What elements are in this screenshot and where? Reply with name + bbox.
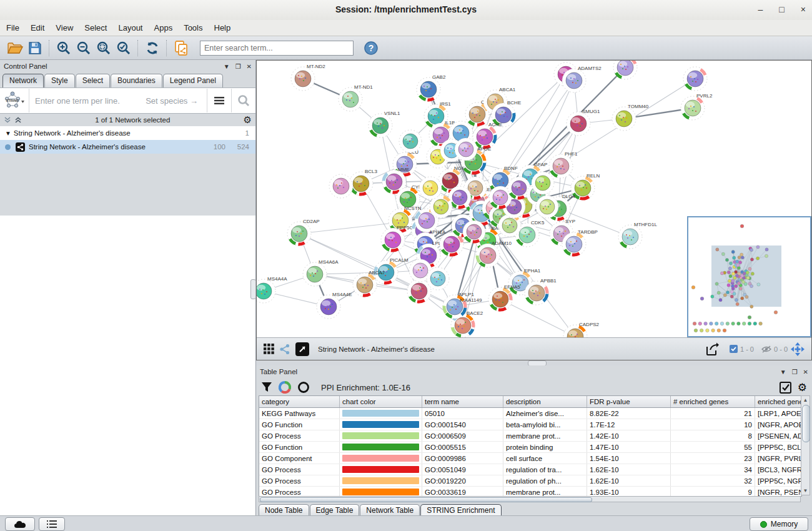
memory-button[interactable]: Memory xyxy=(750,517,808,531)
zoom-selected-icon[interactable] xyxy=(114,39,134,57)
table-row[interactable]: GO Process GO:0051049 regulation of tra.… xyxy=(259,464,802,475)
scroll-down-icon[interactable]: ▼ xyxy=(802,488,809,494)
species-hint[interactable]: Set species → xyxy=(146,96,207,106)
node[interactable] xyxy=(536,196,558,218)
column-header[interactable]: enriched genes xyxy=(755,396,803,408)
node[interactable] xyxy=(683,67,707,91)
close-button[interactable]: × xyxy=(801,4,806,15)
node[interactable] xyxy=(419,177,442,199)
node-reln[interactable]: RELN xyxy=(571,173,600,200)
birdseye-toggle-icon[interactable] xyxy=(788,340,808,359)
node[interactable] xyxy=(532,172,554,194)
task-list-button[interactable] xyxy=(39,517,65,531)
menu-edit[interactable]: Edit xyxy=(31,23,44,32)
column-header[interactable]: term name xyxy=(422,396,503,408)
network-collection-row[interactable]: ▾ String Network - Alzheimer's disease 1 xyxy=(0,126,255,140)
node-phf1[interactable]: PHF1 xyxy=(549,151,578,178)
table-row[interactable]: GO Process GO:0033619 membrane prot... 1… xyxy=(259,487,802,497)
tab-edge-table[interactable]: Edge Table xyxy=(310,504,360,517)
scroll-up-icon[interactable]: ▲ xyxy=(802,397,809,403)
node-cadps2[interactable]: CADPS2 xyxy=(563,322,600,337)
node-tomm40[interactable]: TOMM40 xyxy=(612,104,649,131)
panel-menu-icon[interactable]: ▼ xyxy=(224,63,230,70)
zoom-in-icon[interactable] xyxy=(54,39,74,57)
scrollbar-thumb[interactable] xyxy=(802,405,810,442)
node[interactable] xyxy=(463,221,485,243)
node-abca7[interactable]: ABCA7 xyxy=(353,270,385,297)
node-pvrl2[interactable]: PVRL2 xyxy=(681,93,713,120)
expand-all-icon[interactable] xyxy=(4,116,11,124)
close-panel-icon[interactable]: ✕ xyxy=(247,63,252,70)
help-icon[interactable]: ? xyxy=(361,39,381,57)
ring-chart-icon[interactable] xyxy=(297,381,310,394)
node-ms4a4a[interactable]: MS4A4A xyxy=(257,276,287,303)
network-options-gear-icon[interactable]: ⚙ xyxy=(244,114,252,126)
menu-view[interactable]: View xyxy=(56,23,73,32)
menu-select[interactable]: Select xyxy=(84,23,107,32)
column-header[interactable]: # enriched genes xyxy=(671,396,755,408)
menu-apps[interactable]: Apps xyxy=(154,23,173,32)
minimize-button[interactable]: – xyxy=(758,4,763,15)
refresh-icon[interactable] xyxy=(142,39,162,57)
grid-mode-icon[interactable] xyxy=(260,340,277,359)
node[interactable] xyxy=(329,174,353,198)
zoom-out-icon[interactable] xyxy=(74,39,94,57)
table-row[interactable]: KEGG Pathways 05010 Alzheimer's dise... … xyxy=(259,408,802,419)
filter-icon[interactable] xyxy=(261,382,272,393)
share-network-icon[interactable] xyxy=(277,340,293,359)
tab-network-table[interactable]: Network Table xyxy=(360,504,420,517)
tab-select[interactable]: Select xyxy=(76,74,110,87)
string-logo[interactable]: STRING xyxy=(0,89,29,112)
menu-tools[interactable]: Tools xyxy=(184,23,202,32)
string-query-input[interactable]: Enter one term per line. xyxy=(29,96,146,106)
collapse-all-icon[interactable] xyxy=(14,116,22,124)
table-row[interactable]: GO Process GO:0019220 regulation of ph..… xyxy=(259,475,802,487)
table-horizontal-scrollbar[interactable] xyxy=(259,496,801,502)
tab-style[interactable]: Style xyxy=(44,74,75,87)
column-header[interactable]: description xyxy=(503,396,587,408)
node-bcl3[interactable]: BCL3 xyxy=(349,169,378,196)
table-float-icon[interactable]: ❐ xyxy=(792,369,798,375)
node[interactable] xyxy=(498,214,521,237)
node-ms4a4e[interactable]: MS4A4E xyxy=(317,292,352,319)
column-header[interactable]: FDR p-value xyxy=(587,396,671,408)
table-row[interactable]: GO Function GO:0001540 beta-amyloid bi..… xyxy=(259,419,802,430)
tab-string-enrichment[interactable]: STRING Enrichment xyxy=(420,504,501,517)
string-search-icon[interactable] xyxy=(231,89,255,112)
table-row[interactable]: GO Process GO:0006509 membrane prot... 1… xyxy=(259,430,802,442)
panel-splitter-handle[interactable] xyxy=(250,279,256,299)
table-close-icon[interactable]: ✕ xyxy=(803,369,808,375)
tab-node-table[interactable]: Node Table xyxy=(259,504,309,517)
menu-file[interactable]: File xyxy=(6,23,19,32)
table-row[interactable]: GO Function GO:0005515 protein binding 1… xyxy=(259,442,802,453)
tab-legend-panel[interactable]: Legend Panel xyxy=(163,74,223,87)
tab-boundaries[interactable]: Boundaries xyxy=(111,74,162,87)
column-header[interactable]: category xyxy=(259,396,340,408)
node-mthfd1l[interactable]: MTHFD1L xyxy=(618,222,657,249)
table-settings-gear-icon[interactable]: ⚙ xyxy=(798,381,807,394)
network-row-selected[interactable]: String Network - Alzheimer's disease 100… xyxy=(0,140,255,154)
enrichment-chart-icon[interactable] xyxy=(279,381,291,394)
node[interactable] xyxy=(455,138,477,161)
annotation-mode-icon[interactable] xyxy=(293,340,312,359)
maximize-button[interactable]: □ xyxy=(779,4,784,15)
save-session-button[interactable] xyxy=(25,39,45,57)
column-header[interactable]: chart color xyxy=(340,396,422,408)
zoom-fit-icon[interactable] xyxy=(94,39,114,57)
node-mt-nd1[interactable]: MT-ND1 xyxy=(339,84,373,111)
node[interactable] xyxy=(427,267,449,290)
cloud-button[interactable] xyxy=(5,517,35,531)
export-network-icon[interactable] xyxy=(702,340,722,359)
table-row[interactable]: GO Component GO:0009986 cell surface 1.5… xyxy=(259,453,802,464)
birdseye-view[interactable] xyxy=(687,216,811,337)
table-vertical-scrollbar[interactable]: ▲ ▼ xyxy=(801,395,810,495)
node-vsnl1[interactable]: VSNL1 xyxy=(369,111,400,137)
clone-network-icon[interactable] xyxy=(171,39,191,57)
node[interactable] xyxy=(399,130,422,152)
node-gab2[interactable]: GAB2 xyxy=(417,74,446,101)
open-session-button[interactable] xyxy=(5,39,25,57)
node-ppp5c[interactable]: PPP5C xyxy=(381,225,413,252)
hscrollbar-thumb[interactable] xyxy=(260,497,592,502)
menu-help[interactable]: Help xyxy=(214,23,231,32)
menu-layout[interactable]: Layout xyxy=(118,23,142,32)
